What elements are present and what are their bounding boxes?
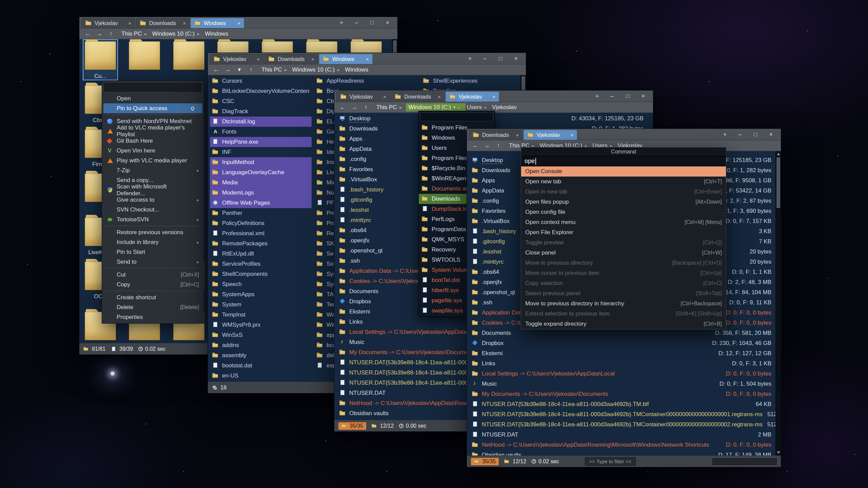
tab[interactable]: Vjekoslav × <box>524 130 577 140</box>
palette-item[interactable]: Open config file <box>521 207 726 217</box>
file-row[interactable]: WMSysPr9.prx <box>210 320 312 330</box>
file-row[interactable]: en-US <box>210 371 312 381</box>
titlebar[interactable]: Vjekoslav × Downloads × Windows × + – □ <box>79 17 397 28</box>
palette-item[interactable]: Toggle preview [Ctrl+Q] <box>521 238 726 248</box>
menu-item[interactable]: Pin to Start ▸ <box>103 247 202 257</box>
file-row[interactable]: Eksterni D: 12, F: 127, 12 GB <box>468 348 775 359</box>
close-button[interactable]: × <box>636 92 650 101</box>
close-button[interactable]: × <box>509 54 523 63</box>
maximize-button[interactable]: □ <box>493 54 508 63</box>
history-button[interactable]: ▾ <box>234 66 244 74</box>
file-row[interactable]: Obsidian vaults D: 17, F: 149, 38 MB <box>468 450 775 455</box>
scroll-up-icon[interactable] <box>777 153 780 155</box>
tab[interactable]: Windows × <box>319 54 373 64</box>
file-row[interactable]: Speech <box>210 279 312 289</box>
tab-close-icon[interactable]: × <box>237 20 240 26</box>
menu-item[interactable]: Open ▸ <box>103 94 202 103</box>
back-button[interactable]: ← <box>83 30 93 38</box>
file-row[interactable]: addins <box>210 340 312 350</box>
file-row[interactable]: NetHood -> C:\Users\Vjekoslav\AppData\Ro… <box>468 440 775 450</box>
tab[interactable]: Vjekoslav × <box>446 92 499 102</box>
up-button[interactable]: ↑ <box>493 142 504 150</box>
file-row[interactable]: SystemApps <box>210 289 312 300</box>
file-row[interactable]: Professional.xml <box>210 228 312 239</box>
menu-item[interactable]: SVN Checkout... ▸ <box>103 205 202 215</box>
file-row[interactable]: My Documents -> C:\Users\Vjekoslav\Docum… <box>468 389 775 399</box>
new-tab-button[interactable]: + <box>336 17 347 28</box>
file-row[interactable]: LanguageOverlayCache <box>210 167 312 178</box>
scroll-thumb[interactable] <box>776 157 780 208</box>
menu-item[interactable]: Properties ▸ <box>103 312 202 322</box>
breadcrumb-item[interactable]: Windows 10 (C:) ▾ ▸ <box>291 66 344 74</box>
close-button[interactable]: × <box>380 18 395 27</box>
file-row[interactable]: bootstat.dat <box>210 361 312 371</box>
grid-folder[interactable]: Cu... <box>83 40 117 80</box>
tab-close-icon[interactable]: × <box>311 56 314 62</box>
palette-item[interactable]: Toggle expand directory [Ctrl+B] <box>521 319 726 329</box>
tab-close-icon[interactable]: × <box>516 132 519 138</box>
breadcrumb-item[interactable]: Windows ▾ ▸ <box>203 30 230 38</box>
file-row[interactable]: ServiceProfiles <box>210 259 312 269</box>
menu-item[interactable]: Scan with Microsoft Defender... ▸ <box>103 185 202 195</box>
file-row[interactable]: Fonts <box>210 127 312 137</box>
forward-button[interactable]: → <box>94 30 104 38</box>
tab-close-icon[interactable]: × <box>366 56 369 62</box>
file-row[interactable]: NTUSER.DAT 2 MB <box>468 430 775 440</box>
file-row[interactable]: DtcInstall.log <box>210 117 312 127</box>
file-row[interactable]: ShellExperiences <box>421 76 519 86</box>
menu-item[interactable]: Create shortcut ▸ <box>103 292 202 302</box>
menu-item[interactable]: 7-Zip ▸ <box>103 165 202 175</box>
menu-item[interactable]: ▸ <box>106 226 200 226</box>
new-tab-button[interactable]: + <box>465 53 475 64</box>
titlebar[interactable]: Vjekoslav × Downloads × Windows × + – □ <box>208 53 526 64</box>
menu-item[interactable]: ▸ <box>106 268 200 268</box>
file-row[interactable]: RemotePackages <box>210 239 312 249</box>
tab-close-icon[interactable]: × <box>438 94 441 100</box>
forward-button[interactable]: → <box>482 142 492 150</box>
dropdown-filter-input[interactable] <box>420 113 493 121</box>
grid-folder[interactable] <box>172 40 206 73</box>
tab-close-icon[interactable]: × <box>183 20 186 26</box>
menu-item[interactable]: ▸ <box>106 115 200 115</box>
file-row[interactable]: ModemLogs <box>210 188 312 198</box>
scrollbar[interactable] <box>775 151 781 455</box>
forward-button[interactable]: → <box>223 66 233 74</box>
tab[interactable]: Downloads × <box>469 130 522 140</box>
tab[interactable]: Downloads × <box>264 54 318 64</box>
menu-item[interactable]: Play with VLC media player ▸ <box>103 156 202 165</box>
palette-item[interactable]: Move to previous directory in hierarchy … <box>521 299 726 309</box>
file-row[interactable]: System <box>210 300 312 310</box>
minimize-button[interactable]: – <box>478 54 492 63</box>
palette-item[interactable]: Extend selection to previous item [Shift… <box>521 309 726 319</box>
palette-item[interactable]: Open File Explorer <box>521 227 726 238</box>
breadcrumb-item[interactable]: This PC ▾ ▸ <box>375 103 406 111</box>
forward-button[interactable]: → <box>349 103 359 111</box>
file-row[interactable]: PolicyDefinitions <box>210 218 312 228</box>
palette-search-input[interactable]: ope <box>521 156 726 166</box>
file-row[interactable]: CSC <box>210 96 312 106</box>
file-row[interactable]: Panther <box>210 208 312 218</box>
file-row[interactable]: BitLockerDiscoveryVolumeContents <box>210 86 312 96</box>
menu-item[interactable]: Pin to Quick access ▸ <box>103 103 202 113</box>
menu-item[interactable]: TortoiseSVN ▸ <box>103 215 202 224</box>
tab[interactable]: Windows × <box>191 18 244 28</box>
back-button[interactable]: ← <box>211 66 221 74</box>
file-row[interactable]: AppReadiness <box>314 76 416 86</box>
menu-item[interactable]: Restore previous versions ▸ <box>103 227 202 237</box>
file-row[interactable]: Cursors <box>210 76 312 86</box>
minimize-button[interactable]: – <box>605 92 619 101</box>
tab[interactable]: Downloads × <box>391 92 445 102</box>
tab[interactable]: Downloads × <box>136 18 190 28</box>
breadcrumb-item[interactable]: Vjekoslav ▾ ▸ <box>491 103 518 111</box>
menu-item[interactable]: Send to ▸ <box>103 257 202 267</box>
palette-item[interactable]: Open context menu [Ctrl+M] [Menu] <box>521 217 726 227</box>
file-row[interactable]: InputMethod <box>210 157 312 167</box>
palette-item[interactable]: Open files popup [Alt+Down] <box>521 197 726 207</box>
palette-item[interactable]: Close panel [Ctrl+W] <box>521 248 726 258</box>
menu-item[interactable]: Copy [Ctrl+C] ▸ <box>103 280 202 289</box>
tab[interactable]: Vjekoslav × <box>210 54 263 64</box>
palette-item[interactable]: Select previous panel [Shift+Tab] <box>521 288 726 299</box>
menu-item[interactable]: Cut [Ctrl+X] ▸ <box>103 270 202 280</box>
palette-item[interactable]: Move to previous directory [Backspace] [… <box>521 258 726 268</box>
maximize-button[interactable]: □ <box>620 92 635 101</box>
